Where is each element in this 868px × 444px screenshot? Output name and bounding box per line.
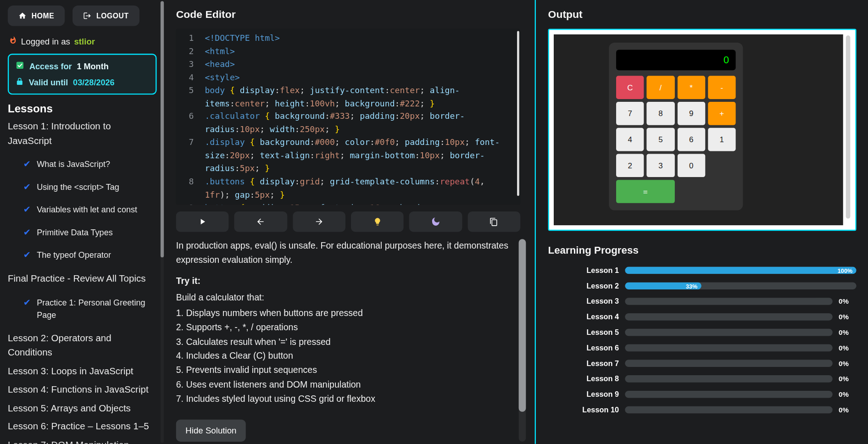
theme-toggle-button[interactable]	[409, 211, 462, 232]
line-number: 9	[176, 201, 205, 205]
code-text: .calculator { background:#333; padding:2…	[205, 110, 520, 136]
calc-button-0[interactable]: 0	[677, 154, 705, 177]
hide-solution-button[interactable]: Hide Solution	[176, 420, 246, 442]
calc-button-9[interactable]: 9	[677, 102, 705, 125]
progress-row: Lesson 233%	[548, 282, 857, 290]
code-text: button { padding:15px; font-size:16px; b…	[205, 201, 520, 205]
lesson-subitem[interactable]: ✔Primitive Data Types	[8, 227, 157, 239]
lesson-item[interactable]: Lesson 7: DOM Manipulation	[8, 438, 157, 444]
calc-button-C[interactable]: C	[616, 76, 644, 99]
back-button[interactable]	[234, 211, 287, 232]
copy-code-button[interactable]	[467, 211, 520, 232]
progress-track	[625, 329, 832, 336]
calc-button-=[interactable]: =	[616, 180, 674, 203]
lesson-item[interactable]: Lesson 5: Arrays and Objects	[8, 401, 157, 416]
instruction-line: 7. Includes styled layout using CSS grid…	[176, 392, 513, 406]
progress-percent: 0%	[839, 298, 857, 305]
calc-button-3[interactable]: 3	[647, 154, 675, 177]
valid-until-row: Valid until 03/28/2026	[16, 77, 149, 88]
output-scrollbar[interactable]	[844, 34, 852, 225]
calculator-buttons: C/*-789+4561230=	[616, 76, 736, 203]
calc-button-5[interactable]: 5	[647, 128, 675, 151]
home-button[interactable]: HOME	[8, 6, 65, 26]
access-duration-row: Access for 1 Month	[16, 61, 149, 72]
instruction-line: 1. Displays numbers when buttons are pre…	[176, 306, 513, 320]
code-text: <style>	[205, 71, 520, 84]
lesson-item[interactable]: Lesson 3: Loops in JavaScript	[8, 364, 157, 378]
lesson-item[interactable]: Lesson 2: Operators and Conditions	[8, 332, 157, 360]
line-number: 8	[176, 176, 205, 202]
progress-label: Lesson 5	[548, 328, 619, 337]
progress-track: 33%	[625, 282, 856, 289]
lesson-subitem[interactable]: ✔Practice 1: Personal Greeting Page	[8, 296, 157, 321]
calc-button-7[interactable]: 7	[616, 102, 644, 125]
progress-label: Lesson 2	[548, 282, 619, 290]
progress-row: Lesson 90%	[548, 390, 857, 399]
code-lines: 1<!DOCTYPE html>2<html>3<head>4<style>5b…	[176, 32, 521, 205]
completed-check-icon: ✔	[23, 227, 31, 239]
progress-label: Lesson 3	[548, 297, 619, 305]
lesson-item[interactable]: Lesson 4: Functions in JavaScript	[8, 383, 157, 397]
lock-icon	[16, 77, 24, 88]
lesson-subitem[interactable]: ✔Using the <script> Tag	[8, 181, 157, 194]
editor-scrollbar[interactable]	[517, 31, 519, 203]
code-line: 4<style>	[176, 71, 521, 84]
progress-percent: 0%	[839, 328, 857, 336]
lesson-subitem-label: Practice 1: Personal Greeting Page	[37, 296, 156, 321]
progress-label: Lesson 9	[548, 390, 619, 399]
lesson-subitem-label: The typeof Operator	[37, 249, 111, 261]
access-duration-label: Access for	[29, 61, 72, 71]
calc-button-4[interactable]: 4	[616, 128, 644, 151]
sidebar: HOME LOGOUT Logged in as stlior Access f…	[0, 0, 164, 444]
lesson-item[interactable]: Final Practice - Review All Topics	[8, 272, 157, 286]
calc-button-6[interactable]: 6	[677, 128, 705, 151]
lesson-subitem[interactable]: ✔What is JavaScript?	[8, 158, 157, 171]
editor-panel-title: Code Editor	[176, 8, 521, 21]
calc-button-/[interactable]: /	[647, 76, 675, 99]
progress-row: Lesson 1100%	[548, 266, 857, 274]
progress-fill: 33%	[625, 282, 701, 289]
progress-label: Lesson 7	[548, 359, 619, 367]
progress-label: Lesson 8	[548, 375, 619, 383]
code-editor[interactable]: 1<!DOCTYPE html>2<html>3<head>4<style>5b…	[176, 29, 521, 205]
completed-check-icon: ✔	[23, 181, 31, 193]
calc-button-*[interactable]: *	[677, 76, 705, 99]
progress-list: Lesson 1100%Lesson 233%Lesson 30%Lesson …	[548, 266, 857, 414]
output-scrollbar-thumb[interactable]	[846, 35, 851, 219]
code-text: .display { background:#000; color:#0f0; …	[205, 136, 520, 175]
notes-scrollbar-thumb[interactable]	[519, 239, 526, 411]
calc-button-1[interactable]: 1	[708, 128, 736, 151]
progress-row: Lesson 50%	[548, 328, 857, 337]
lesson-item[interactable]: Lesson 6: Practice – Lessons 1–5	[8, 420, 157, 434]
forward-button[interactable]	[293, 211, 345, 232]
lesson-notes: In production apps, eval() is unsafe. Fo…	[176, 239, 521, 442]
editor-scrollbar-thumb[interactable]	[517, 31, 519, 196]
lesson-subitem[interactable]: ✔The typeof Operator	[8, 249, 157, 261]
calc-button-8[interactable]: 8	[647, 102, 675, 125]
notes-scrollbar[interactable]	[519, 239, 526, 442]
calc-button-2[interactable]: 2	[616, 154, 644, 177]
run-button[interactable]	[176, 211, 229, 232]
home-icon	[18, 11, 27, 20]
lesson-subitem[interactable]: ✔Variables with let and const	[8, 204, 157, 216]
progress-label: Lesson 1	[548, 266, 619, 274]
code-text: <head>	[205, 58, 520, 71]
code-text: body { display:flex; justify-content:cen…	[205, 84, 520, 111]
line-number: 2	[176, 45, 205, 58]
logout-button[interactable]: LOGOUT	[72, 6, 139, 26]
lesson-item[interactable]: Lesson 1: Introduction to JavaScript	[8, 120, 157, 148]
lesson-subitem-label: Using the <script> Tag	[37, 181, 119, 194]
sidebar-scrollbar-thumb[interactable]	[161, 1, 164, 257]
access-box: Access for 1 Month Valid until 03/28/202…	[8, 54, 157, 94]
hint-button[interactable]	[351, 211, 404, 232]
moon-icon	[431, 217, 440, 226]
progress-percent: 0%	[839, 360, 857, 367]
lessons-heading: Lessons	[8, 102, 157, 115]
sidebar-scrollbar[interactable]	[161, 1, 164, 443]
progress-track: 100%	[625, 267, 856, 274]
access-duration-value: 1 Month	[77, 61, 108, 71]
calc-button--[interactable]: -	[708, 76, 736, 99]
output-title: Output	[548, 8, 857, 21]
lesson-subitem-label: Primitive Data Types	[37, 227, 113, 239]
calc-button-+[interactable]: +	[708, 102, 736, 125]
